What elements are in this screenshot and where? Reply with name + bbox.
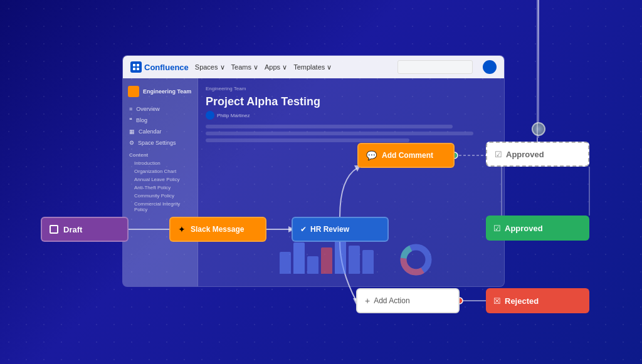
comment-bubble-icon: 💬 [366,150,377,160]
sidebar-sub-community[interactable]: Community Policy [123,192,197,200]
approved-top-label: Approved [506,150,544,159]
sidebar-sub-introduction[interactable]: Introduction [123,159,197,167]
bar-6 [349,246,360,274]
settings-icon: ⚙ [129,140,134,146]
nav-apps[interactable]: Apps ∨ [265,63,287,71]
rope-decoration [538,0,539,138]
svg-rect-15 [137,64,139,66]
add-action-plus-icon: + [365,296,370,306]
add-comment-node[interactable]: 💬 Add Comment [357,143,455,168]
confluence-logo-icon [130,61,142,73]
blog-icon: ❝ [129,117,132,123]
svg-rect-16 [133,68,135,70]
hr-review-node[interactable]: ✔ HR Review [292,217,389,242]
top-nav: Confluence Spaces ∨ Teams ∨ Apps ∨ Templ… [123,56,504,78]
author-name: Philip Martinez [217,113,250,118]
sidebar-sub-org-chart[interactable]: Organization Chart [123,167,197,175]
add-action-node[interactable]: + Add Action [356,288,460,313]
slack-message-node[interactable]: ✦ Slack Message [169,217,266,242]
sidebar-item-calendar[interactable]: ▦ Calendar [123,126,197,137]
content-line-2 [206,132,473,135]
page-title: Project Alpha Testing [206,95,497,108]
sidebar-sub-integrity[interactable]: Commercial Integrity Policy [123,200,197,214]
approved-top-node[interactable]: ☑ Approved [486,142,589,167]
nav-menu: Spaces ∨ Teams ∨ Apps ∨ Templates ∨ [195,63,332,71]
slack-icon: ✦ [178,224,186,234]
sidebar-sub-anti-theft[interactable]: Anti-Theft Policy [123,184,197,192]
sidebar-calendar-label: Calendar [139,128,162,135]
nav-search-bar[interactable] [397,60,473,74]
sidebar-overview-label: Overview [136,106,160,112]
svg-rect-14 [133,64,135,66]
bar-5 [335,236,346,274]
nav-teams[interactable]: Teams ∨ [231,63,258,71]
sidebar-item-space-settings[interactable]: ⚙ Space Settings [123,137,197,148]
approved-bottom-check-icon: ☑ [493,224,501,233]
bar-7 [362,250,374,274]
rejected-node[interactable]: ☒ Rejected [486,288,589,313]
main-content: Engineering Team Project Alpha Testing P… [198,78,504,286]
nav-templates[interactable]: Templates ∨ [293,63,332,71]
content-line-1 [206,125,453,128]
approved-bottom-label: Approved [505,224,543,233]
comment-label: Add Comment [382,151,433,160]
page-author: Philip Martinez [206,111,497,120]
team-icon [128,86,139,97]
sidebar-sub-leave-policy[interactable]: Annual Leave Policy [123,175,197,184]
draft-icon [50,225,58,234]
sidebar-team-label: Engineering Team [143,88,191,95]
breadcrumb: Engineering Team [206,86,497,91]
donut-chart [399,242,433,277]
approved-top-check-icon: ☑ [495,150,502,159]
sidebar-blog-label: Blog [136,117,147,123]
author-avatar [206,111,214,120]
bar-3 [307,256,318,274]
nav-spaces[interactable]: Spaces ∨ [195,63,225,71]
confluence-window: Confluence Spaces ∨ Teams ∨ Apps ∨ Templ… [122,55,505,287]
sidebar-section-content: Content [123,148,197,159]
hr-label: HR Review [310,225,349,234]
svg-rect-17 [137,68,139,70]
add-action-label: Add Action [374,296,409,305]
sidebar-team[interactable]: Engineering Team [123,83,197,100]
rejected-x-icon: ☒ [493,296,501,306]
draft-node[interactable]: Draft [41,217,129,242]
check-icon: ✔ [300,225,307,234]
bar-2 [293,242,305,274]
sidebar: Engineering Team ≡ Overview ❝ Blog ▦ Cal… [123,78,198,287]
sidebar-settings-label: Space Settings [138,140,176,146]
approved-bottom-node[interactable]: ☑ Approved [486,216,589,241]
slack-label: Slack Message [191,225,244,234]
content-line-3 [206,138,409,142]
pendulum-bob [532,122,545,136]
rejected-label: Rejected [505,296,539,306]
bar-4 [321,247,332,274]
calendar-icon: ▦ [129,128,135,135]
bar-1 [280,252,291,274]
nav-logo: Confluence [130,61,189,73]
overview-icon: ≡ [129,106,132,112]
sidebar-item-blog[interactable]: ❝ Blog [123,115,197,126]
draft-label: Draft [63,225,82,234]
confluence-brand: Confluence [144,63,189,72]
user-avatar [483,60,497,74]
sidebar-item-overview[interactable]: ≡ Overview [123,103,197,115]
